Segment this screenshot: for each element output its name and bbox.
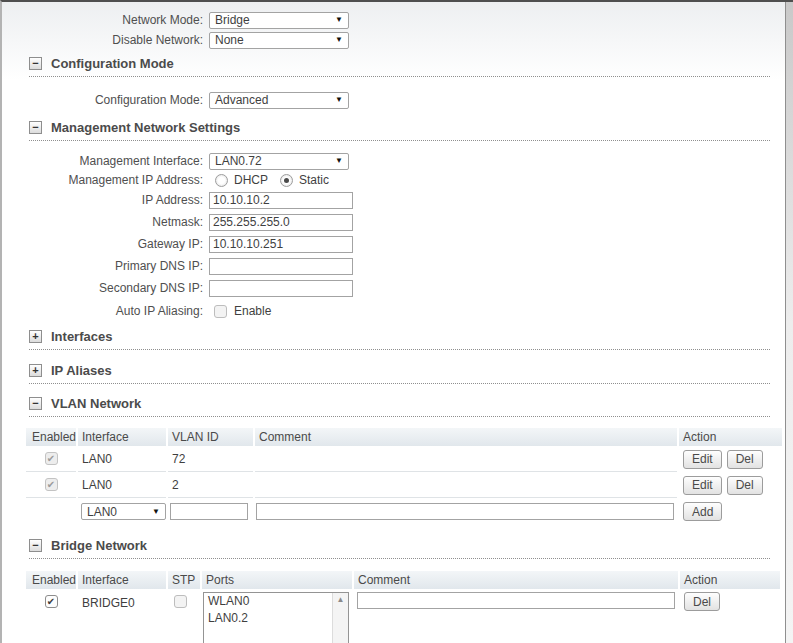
- edit-button[interactable]: Edit: [683, 476, 722, 495]
- ports-listbox-option[interactable]: WLAN0: [204, 593, 348, 610]
- section-header-management-network-settings[interactable]: − Management Network Settings: [29, 120, 770, 141]
- vlan-add-id-field[interactable]: [170, 503, 248, 520]
- collapse-icon[interactable]: −: [29, 539, 42, 552]
- expand-icon[interactable]: +: [29, 330, 42, 343]
- network-mode-select[interactable]: Bridge ▼: [209, 12, 349, 29]
- network-mode-row: Network Mode: Bridge ▼: [2, 10, 793, 30]
- listbox-scrollbar[interactable]: ▲ ▼: [332, 593, 348, 643]
- collapse-icon[interactable]: −: [29, 121, 42, 134]
- management-ip-label: Management IP Address:: [2, 173, 206, 187]
- netmask-field[interactable]: [209, 214, 353, 231]
- bridge-table-row: ✔ BRIDGE0 ✔ WLAN0 LAN0.2 ▲ ▼: [26, 589, 793, 643]
- col-header-action: Action: [680, 571, 780, 589]
- col-header-enabled: Enabled: [26, 571, 76, 589]
- col-header-interface: Interface: [78, 428, 166, 446]
- management-ip-row: Management IP Address: DHCP Static: [2, 171, 793, 189]
- static-radio-label: Static: [299, 173, 329, 187]
- vlan-table-row: ✔ LAN0 72 Edit Del: [26, 446, 793, 472]
- del-button[interactable]: Del: [727, 476, 763, 495]
- expand-icon[interactable]: +: [29, 364, 42, 377]
- section-header-configuration-mode[interactable]: − Configuration Mode: [29, 56, 770, 77]
- section-title: Management Network Settings: [51, 120, 240, 135]
- gateway-ip-label: Gateway IP:: [2, 237, 206, 251]
- ip-address-field[interactable]: [209, 192, 353, 209]
- vlan-table-row: ✔ LAN0 2 Edit Del: [26, 472, 793, 498]
- section-header-vlan-network[interactable]: − VLAN Network: [29, 396, 770, 417]
- gateway-ip-field[interactable]: [209, 236, 353, 253]
- management-interface-value: LAN0.72: [215, 154, 262, 168]
- page-right-border: [785, 2, 793, 643]
- col-header-comment: Comment: [354, 571, 678, 589]
- ip-address-row: IP Address:: [2, 189, 793, 211]
- secondary-dns-row: Secondary DNS IP:: [2, 277, 793, 299]
- secondary-dns-label: Secondary DNS IP:: [2, 281, 206, 295]
- configuration-mode-row: Configuration Mode: Advanced ▼: [2, 90, 793, 110]
- col-header-vlan-id: VLAN ID: [168, 428, 253, 446]
- network-settings-page: Network Mode: Bridge ▼ Disable Network: …: [0, 0, 793, 643]
- management-interface-label: Management Interface:: [2, 154, 206, 168]
- dropdown-arrow-icon: ▼: [335, 16, 343, 24]
- del-button[interactable]: Del: [684, 592, 720, 611]
- bridge-row-interface: BRIDGE0: [78, 589, 166, 613]
- vlan-add-interface-value: LAN0: [87, 499, 117, 525]
- management-interface-row: Management Interface: LAN0.72 ▼: [2, 151, 793, 171]
- bridge-comment-field[interactable]: [357, 592, 675, 609]
- dhcp-radio[interactable]: [215, 174, 228, 187]
- vlan-row-vlan-id: 72: [168, 446, 253, 472]
- scroll-up-icon[interactable]: ▲: [337, 593, 345, 607]
- col-header-ports: Ports: [202, 571, 352, 589]
- vlan-row-comment: [255, 446, 677, 472]
- dropdown-arrow-icon: ▼: [335, 157, 343, 165]
- vlan-add-comment-field[interactable]: [256, 503, 674, 520]
- vlan-table: Enabled Interface VLAN ID Comment Action…: [2, 428, 793, 525]
- vlan-row-interface: LAN0: [78, 446, 166, 472]
- configuration-mode-select[interactable]: Advanced ▼: [209, 92, 349, 109]
- section-header-bridge-network[interactable]: − Bridge Network: [29, 538, 770, 559]
- netmask-label: Netmask:: [2, 215, 206, 229]
- stp-checkbox[interactable]: ✔: [174, 595, 187, 608]
- section-title: VLAN Network: [51, 396, 141, 411]
- collapse-icon[interactable]: −: [29, 57, 42, 70]
- auto-ip-aliasing-checkbox[interactable]: ✔: [214, 305, 227, 318]
- ip-address-label: IP Address:: [2, 193, 206, 207]
- collapse-icon[interactable]: −: [29, 397, 42, 410]
- gateway-ip-row: Gateway IP:: [2, 233, 793, 255]
- vlan-row-enabled-checkbox[interactable]: ✔: [45, 452, 58, 465]
- top-form: Network Mode: Bridge ▼ Disable Network: …: [2, 2, 793, 50]
- auto-ip-aliasing-label: Auto IP Aliasing:: [2, 304, 206, 318]
- section-title: Bridge Network: [51, 538, 147, 553]
- dhcp-radio-label: DHCP: [234, 173, 268, 187]
- configuration-mode-label: Configuration Mode:: [2, 93, 206, 107]
- enable-label: Enable: [234, 304, 271, 318]
- col-header-action: Action: [679, 428, 782, 446]
- vlan-table-header: Enabled Interface VLAN ID Comment Action: [26, 428, 793, 446]
- section-header-interfaces[interactable]: + Interfaces: [29, 329, 770, 350]
- col-header-enabled: Enabled: [26, 428, 76, 446]
- section-title: Configuration Mode: [51, 56, 174, 71]
- col-header-interface: Interface: [78, 571, 166, 589]
- static-radio[interactable]: [280, 174, 293, 187]
- dropdown-arrow-icon: ▼: [335, 36, 343, 44]
- bridge-table: Enabled Interface STP Ports Comment Acti…: [2, 571, 793, 643]
- col-header-stp: STP: [168, 571, 200, 589]
- ports-listbox-option[interactable]: LAN0.2: [204, 610, 348, 627]
- management-interface-select[interactable]: LAN0.72 ▼: [209, 153, 349, 170]
- primary-dns-field[interactable]: [209, 258, 353, 275]
- del-button[interactable]: Del: [727, 450, 763, 469]
- vlan-row-enabled-checkbox[interactable]: ✔: [45, 478, 58, 491]
- edit-button[interactable]: Edit: [683, 450, 722, 469]
- vlan-row-comment: [255, 472, 677, 498]
- disable-network-value: None: [215, 33, 244, 47]
- secondary-dns-field[interactable]: [209, 280, 353, 297]
- bridge-table-header: Enabled Interface STP Ports Comment Acti…: [26, 571, 793, 589]
- primary-dns-label: Primary DNS IP:: [2, 259, 206, 273]
- disable-network-select[interactable]: None ▼: [209, 32, 349, 49]
- vlan-add-interface-select[interactable]: LAN0 ▼: [81, 503, 166, 520]
- auto-ip-aliasing-row: Auto IP Aliasing: ✔ Enable: [2, 301, 793, 321]
- section-title: Interfaces: [51, 329, 112, 344]
- section-header-ip-aliases[interactable]: + IP Aliases: [29, 363, 770, 384]
- ports-listbox[interactable]: WLAN0 LAN0.2 ▲ ▼: [203, 592, 349, 643]
- bridge-enabled-checkbox[interactable]: ✔: [45, 595, 58, 608]
- network-mode-label: Network Mode:: [2, 13, 206, 27]
- add-button[interactable]: Add: [683, 502, 722, 521]
